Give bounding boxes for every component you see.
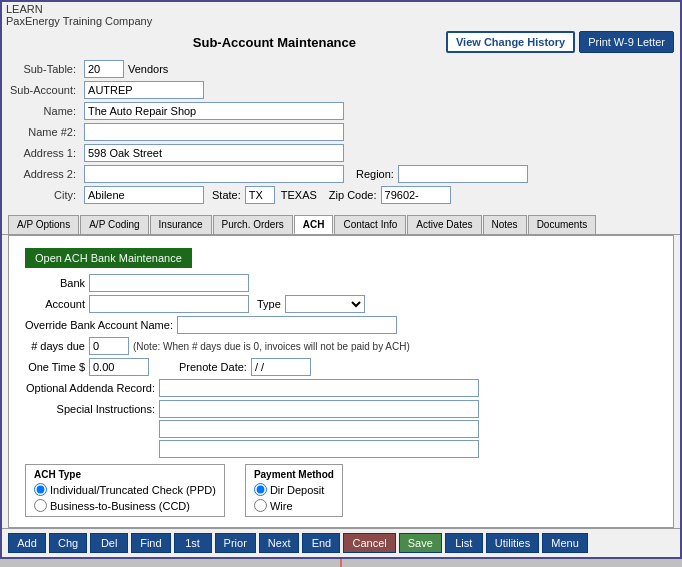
region-label: Region: <box>356 168 394 180</box>
payment-dir-radio[interactable]: Dir Deposit <box>254 483 334 496</box>
payment-method-label: Payment Method <box>254 469 334 480</box>
address2-label: Address 2: <box>10 168 80 180</box>
utilities-button[interactable]: Utilities <box>486 533 539 553</box>
view-change-history-button[interactable]: View Change History <box>446 31 575 53</box>
type-select[interactable] <box>285 295 365 313</box>
company-name: LEARN PaxEnergy Training Company <box>2 2 680 28</box>
days-due-note: (Note: When # days due is 0, invoices wi… <box>133 341 410 352</box>
sub-account-label: Sub-Account: <box>10 84 80 96</box>
one-time-input[interactable] <box>89 358 149 376</box>
bank-input[interactable] <box>89 274 249 292</box>
tab-insurance[interactable]: Insurance <box>150 215 212 234</box>
optional-input[interactable] <box>159 379 479 397</box>
special-label: Special Instructions: <box>25 403 155 415</box>
open-ach-bank-maintenance-button[interactable]: Open ACH Bank Maintenance <box>25 248 192 268</box>
ach-type-business-radio[interactable]: Business-to-Business (CCD) <box>34 499 216 512</box>
name-input[interactable] <box>84 102 344 120</box>
name-label: Name: <box>10 105 80 117</box>
one-time-label: One Time $ <box>25 361 85 373</box>
days-due-input[interactable] <box>89 337 129 355</box>
print-w9-button[interactable]: Print W-9 Letter <box>579 31 674 53</box>
page-title: Sub-Account Maintenance <box>141 35 407 50</box>
tab-active-dates[interactable]: Active Dates <box>407 215 481 234</box>
name2-input[interactable] <box>84 123 344 141</box>
account-input[interactable] <box>89 295 249 313</box>
special-input-3[interactable] <box>159 440 479 458</box>
tab-documents[interactable]: Documents <box>528 215 597 234</box>
sub-table-type: Vendors <box>128 63 168 75</box>
find-button[interactable]: Find <box>131 533 170 553</box>
tab-ach[interactable]: ACH <box>294 215 334 234</box>
ach-individual-label: Individual/Truncated Check (PPD) <box>50 484 216 496</box>
state-label: State: <box>212 189 241 201</box>
payment-dir-label: Dir Deposit <box>270 484 324 496</box>
address1-input[interactable] <box>84 144 344 162</box>
special-input-2[interactable] <box>159 420 479 438</box>
sub-account-input[interactable] <box>84 81 204 99</box>
address2-input[interactable] <box>84 165 344 183</box>
prenote-label: Prenote Date: <box>179 361 247 373</box>
chg-button[interactable]: Chg <box>49 533 87 553</box>
special-input-1[interactable] <box>159 400 479 418</box>
name2-label: Name #2: <box>10 126 80 138</box>
ach-business-label: Business-to-Business (CCD) <box>50 500 190 512</box>
menu-button[interactable]: Menu <box>542 533 588 553</box>
tab-purch-orders[interactable]: Purch. Orders <box>213 215 293 234</box>
add-button[interactable]: Add <box>8 533 46 553</box>
del-button[interactable]: Del <box>90 533 128 553</box>
ach-type-individual-radio[interactable]: Individual/Truncated Check (PPD) <box>34 483 216 496</box>
payment-wire-radio[interactable]: Wire <box>254 499 334 512</box>
zip-input[interactable] <box>381 186 451 204</box>
ach-type-label: ACH Type <box>34 469 216 480</box>
override-input[interactable] <box>177 316 397 334</box>
prior-button[interactable]: Prior <box>215 533 256 553</box>
state-full: TEXAS <box>281 189 317 201</box>
end-button[interactable]: End <box>302 533 340 553</box>
override-label: Override Bank Account Name: <box>25 319 173 331</box>
state-input[interactable] <box>245 186 275 204</box>
region-input[interactable] <box>398 165 528 183</box>
tab-ap-coding[interactable]: A/P Coding <box>80 215 148 234</box>
address1-label: Address 1: <box>10 147 80 159</box>
tab-ap-options[interactable]: A/P Options <box>8 215 79 234</box>
first-button[interactable]: 1st <box>174 533 212 553</box>
sub-table-label: Sub-Table: <box>10 63 80 75</box>
type-label: Type <box>257 298 281 310</box>
bank-label: Bank <box>25 277 85 289</box>
payment-wire-label: Wire <box>270 500 293 512</box>
prenote-input[interactable] <box>251 358 311 376</box>
sub-table-input[interactable] <box>84 60 124 78</box>
zip-label: Zip Code: <box>329 189 377 201</box>
account-label: Account <box>25 298 85 310</box>
next-button[interactable]: Next <box>259 533 300 553</box>
list-button[interactable]: List <box>445 533 483 553</box>
save-button[interactable]: Save <box>399 533 442 553</box>
city-input[interactable] <box>84 186 204 204</box>
city-label: City: <box>10 189 80 201</box>
tab-notes[interactable]: Notes <box>483 215 527 234</box>
red-arrow: ↓ <box>336 559 347 567</box>
days-due-label: # days due <box>25 340 85 352</box>
tab-contact-info[interactable]: Contact Info <box>334 215 406 234</box>
cancel-button[interactable]: Cancel <box>343 533 395 553</box>
optional-label: Optional Addenda Record: <box>25 382 155 394</box>
